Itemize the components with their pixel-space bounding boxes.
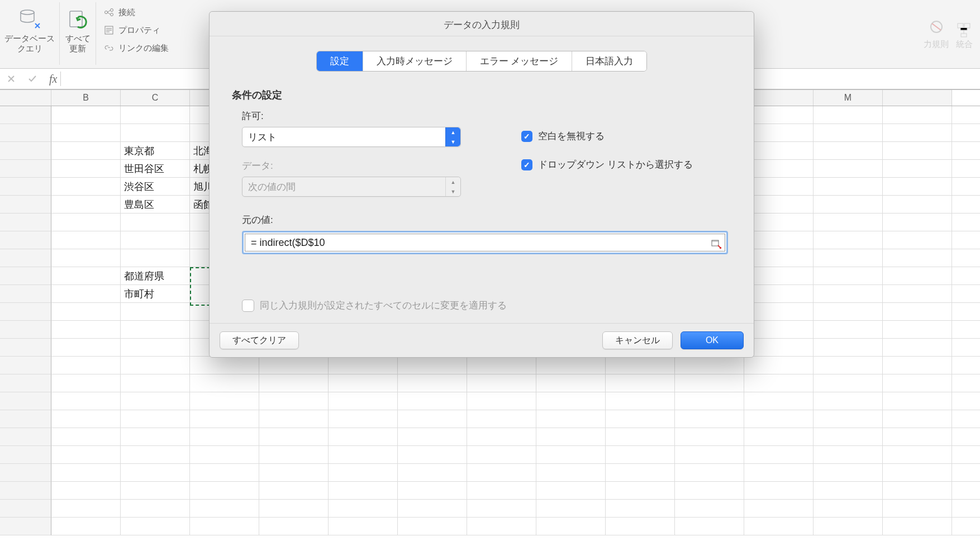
cell[interactable] [190, 410, 259, 428]
cell[interactable] [883, 392, 952, 410]
row-header[interactable] [0, 374, 51, 392]
range-picker-icon[interactable] [711, 239, 721, 249]
row-header[interactable] [0, 106, 51, 124]
cell[interactable] [814, 339, 883, 357]
cell[interactable] [51, 374, 121, 392]
cell[interactable] [51, 249, 121, 267]
cell[interactable] [883, 464, 952, 482]
cell[interactable] [190, 446, 259, 464]
cell[interactable] [744, 285, 814, 303]
cell[interactable] [467, 482, 536, 500]
cell[interactable] [675, 410, 744, 428]
cell[interactable] [121, 518, 190, 535]
cell[interactable] [51, 464, 121, 482]
cell[interactable] [329, 482, 398, 500]
cell[interactable] [883, 213, 952, 231]
cell[interactable] [51, 518, 121, 535]
ribbon-group-refresh-all[interactable]: すべて 更新 [60, 2, 96, 65]
cell[interactable] [467, 446, 536, 464]
cell[interactable] [329, 464, 398, 482]
clear-all-button[interactable]: すべてクリア [220, 331, 299, 349]
cell[interactable] [744, 428, 814, 446]
row-header[interactable] [0, 339, 51, 357]
cell[interactable] [883, 285, 952, 303]
cell[interactable] [744, 124, 814, 142]
cell[interactable] [329, 428, 398, 446]
cell[interactable] [744, 392, 814, 410]
cell[interactable]: 都道府県 [121, 267, 190, 285]
cell[interactable] [51, 500, 121, 518]
cell[interactable] [606, 518, 675, 535]
cell[interactable] [952, 410, 980, 428]
cell[interactable] [814, 446, 883, 464]
cell[interactable] [467, 374, 536, 392]
cell[interactable] [329, 357, 398, 374]
cell[interactable] [952, 446, 980, 464]
cell[interactable] [814, 196, 883, 213]
cell[interactable] [51, 357, 121, 374]
ribbon-connections[interactable]: 接続 [101, 3, 137, 21]
cell[interactable] [259, 428, 329, 446]
cell[interactable] [952, 124, 980, 142]
dropdown-list-checkbox[interactable]: ✓ ドロップダウン リストから選択する [521, 158, 693, 171]
cell[interactable] [259, 410, 329, 428]
cell[interactable] [329, 410, 398, 428]
cell[interactable] [121, 357, 190, 374]
cell[interactable] [606, 464, 675, 482]
cell[interactable] [814, 285, 883, 303]
cell[interactable] [259, 446, 329, 464]
cell[interactable] [952, 339, 980, 357]
cell[interactable] [121, 303, 190, 321]
cell[interactable] [675, 446, 744, 464]
cell[interactable] [744, 249, 814, 267]
cell[interactable] [51, 160, 121, 178]
source-input[interactable] [245, 234, 725, 251]
row-header[interactable] [0, 392, 51, 410]
cell[interactable] [121, 410, 190, 428]
cell[interactable] [467, 500, 536, 518]
cell[interactable] [883, 321, 952, 339]
cell[interactable] [744, 303, 814, 321]
cell[interactable] [744, 500, 814, 518]
cell[interactable] [259, 500, 329, 518]
cell[interactable] [883, 482, 952, 500]
cell[interactable] [536, 428, 606, 446]
cell[interactable] [398, 374, 467, 392]
cell[interactable] [259, 518, 329, 535]
cell[interactable] [398, 518, 467, 535]
cell[interactable] [883, 500, 952, 518]
cell[interactable] [952, 357, 980, 374]
cell[interactable] [814, 410, 883, 428]
cell[interactable] [536, 500, 606, 518]
cell[interactable]: 東京都 [121, 142, 190, 160]
row-header[interactable] [0, 124, 51, 142]
cell[interactable] [121, 446, 190, 464]
cell[interactable] [952, 142, 980, 160]
cell[interactable] [744, 142, 814, 160]
cell[interactable] [883, 231, 952, 249]
cell[interactable] [952, 160, 980, 178]
ribbon-edit-links[interactable]: リンクの編集 [101, 39, 171, 57]
cell[interactable] [606, 500, 675, 518]
cell[interactable] [51, 267, 121, 285]
cell[interactable] [329, 374, 398, 392]
cell[interactable] [190, 357, 259, 374]
cell[interactable] [51, 213, 121, 231]
cell[interactable] [883, 339, 952, 357]
cell[interactable]: 世田谷区 [121, 160, 190, 178]
cell[interactable] [121, 106, 190, 124]
cell[interactable] [814, 518, 883, 535]
cell[interactable] [606, 374, 675, 392]
cell[interactable] [675, 518, 744, 535]
cell[interactable]: 豊島区 [121, 196, 190, 213]
cell[interactable] [121, 500, 190, 518]
cell[interactable] [606, 392, 675, 410]
cell[interactable] [814, 464, 883, 482]
row-header[interactable] [0, 178, 51, 196]
row-header[interactable] [0, 446, 51, 464]
cell[interactable] [744, 464, 814, 482]
cell[interactable] [121, 392, 190, 410]
cell[interactable] [259, 464, 329, 482]
cell[interactable] [51, 303, 121, 321]
row-header[interactable] [0, 213, 51, 231]
